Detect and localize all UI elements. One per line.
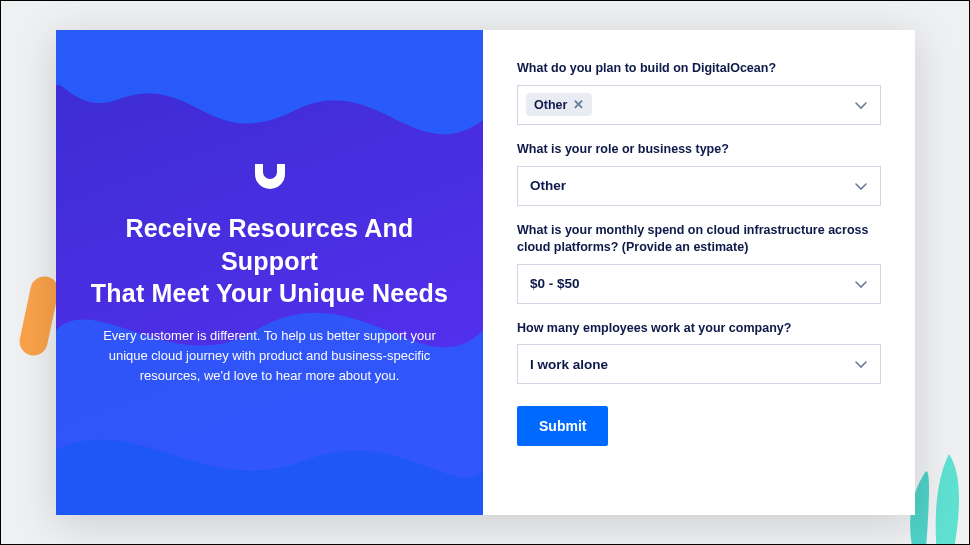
select-build-plan[interactable]: Other ✕ <box>517 85 881 125</box>
select-spend[interactable]: $0 - $50 <box>517 264 881 304</box>
select-spend-value: $0 - $50 <box>530 276 580 291</box>
form-panel: What do you plan to build on DigitalOcea… <box>483 30 915 515</box>
label-build-plan: What do you plan to build on DigitalOcea… <box>517 60 881 77</box>
chevron-down-icon <box>854 277 868 291</box>
chevron-down-icon <box>854 357 868 371</box>
field-role: What is your role or business type? Othe… <box>517 141 881 206</box>
chevron-down-icon <box>854 98 868 112</box>
label-spend: What is your monthly spend on cloud infr… <box>517 222 881 256</box>
field-spend: What is your monthly spend on cloud infr… <box>517 222 881 304</box>
page-background: Receive Resources And Support That Meet … <box>1 1 969 544</box>
select-employees[interactable]: I work alone <box>517 344 881 384</box>
submit-button[interactable]: Submit <box>517 406 608 446</box>
field-build-plan: What do you plan to build on DigitalOcea… <box>517 60 881 125</box>
headline-line2: That Meet Your Unique Needs <box>91 279 448 307</box>
chip-remove-icon[interactable]: ✕ <box>573 97 584 112</box>
select-role[interactable]: Other <box>517 166 881 206</box>
chip-build-plan[interactable]: Other ✕ <box>526 93 592 116</box>
chip-label: Other <box>534 98 567 112</box>
logo-smile-icon <box>247 150 293 196</box>
onboarding-card: Receive Resources And Support That Meet … <box>56 30 915 515</box>
select-role-value: Other <box>530 178 566 193</box>
field-employees: How many employees work at your company?… <box>517 320 881 385</box>
headline-line1: Receive Resources And Support <box>125 214 413 275</box>
label-role: What is your role or business type? <box>517 141 881 158</box>
decoration-orange <box>17 274 61 358</box>
headline: Receive Resources And Support That Meet … <box>86 212 453 310</box>
chevron-down-icon <box>854 179 868 193</box>
subtext: Every customer is different. To help us … <box>90 326 450 386</box>
label-employees: How many employees work at your company? <box>517 320 881 337</box>
left-panel: Receive Resources And Support That Meet … <box>56 30 483 515</box>
select-employees-value: I work alone <box>530 357 608 372</box>
